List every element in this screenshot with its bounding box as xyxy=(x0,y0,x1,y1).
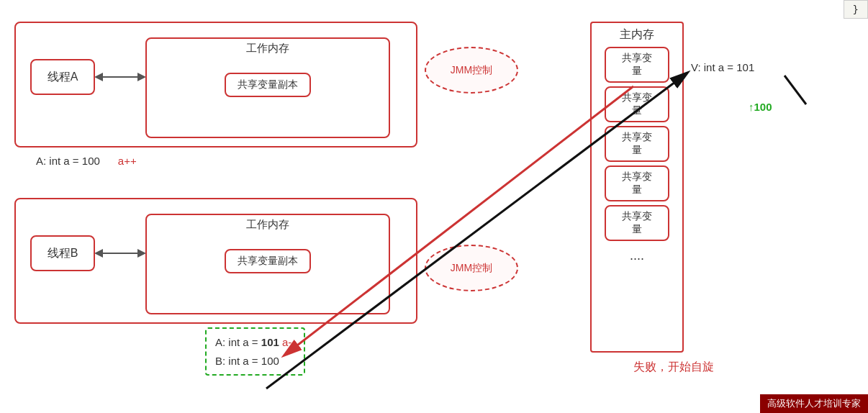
main-mem-title: 主内存 xyxy=(592,27,682,42)
shared-var-1: 共享变量 xyxy=(605,47,669,83)
shared-copy-b: 共享变量副本 xyxy=(225,249,311,273)
work-mem-a-box: 工作内存 共享变量副本 xyxy=(145,37,390,138)
shared-var-dots: .... xyxy=(605,245,669,267)
jmm-control-top: JMM控制 xyxy=(425,47,518,94)
shared-var-3: 共享变量 xyxy=(605,126,669,162)
annotation-b-line: B: int a = 100 xyxy=(215,352,295,371)
shared-copy-a: 共享变量副本 xyxy=(225,73,311,97)
thread-b-label: 线程B xyxy=(30,235,95,271)
work-mem-b-box: 工作内存 共享变量副本 xyxy=(145,214,390,314)
annotation-ab-bottom-box: A: int a = 101 a-- B: int a = 100 xyxy=(205,327,305,376)
tick-mark xyxy=(785,76,806,104)
annotation-100: ↑100 xyxy=(749,101,772,113)
work-mem-a-title: 工作内存 xyxy=(147,42,389,55)
code-snippet: } xyxy=(844,0,868,19)
annotation-a-line: A: int a = 101 a-- xyxy=(215,333,295,352)
main-mem-box: 主内存 共享变量 共享变量 共享变量 共享变量 共享变量 .... xyxy=(590,22,684,353)
work-mem-b-title: 工作内存 xyxy=(147,218,389,232)
shared-var-2: 共享变量 xyxy=(605,86,669,122)
jmm-control-bottom: JMM控制 xyxy=(425,245,518,291)
shared-var-4: 共享变量 xyxy=(605,165,669,201)
code-text: } xyxy=(853,4,859,15)
bottom-badge: 高级软件人才培训专家 xyxy=(760,394,868,413)
thread-a-box: 线程A 工作内存 共享变量副本 xyxy=(14,22,417,148)
arrow-a xyxy=(95,66,145,88)
annotation-a-top: A: int a = 100 a++ xyxy=(36,155,137,167)
shared-var-5: 共享变量 xyxy=(605,205,669,241)
thread-b-box: 线程B 工作内存 共享变量副本 xyxy=(14,198,417,324)
arrow-b xyxy=(95,242,145,264)
failure-text: 失败，开始自旋 xyxy=(633,360,714,375)
thread-a-label: 线程A xyxy=(30,59,95,95)
annotation-v: V: int a = 101 xyxy=(691,61,754,73)
